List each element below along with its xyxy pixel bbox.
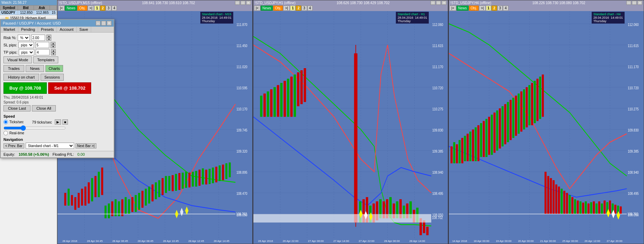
chart-h1-minimize[interactable]: ─: [430, 1, 435, 5]
svg-rect-108: [290, 76, 293, 117]
svg-rect-223: [593, 201, 595, 214]
col-symbol: Symbol: [0, 6, 18, 10]
realtime-radio[interactable]: [3, 131, 8, 135]
svg-rect-26: [95, 176, 97, 197]
tp-up-btn[interactable]: ▲: [51, 49, 56, 52]
ticks-label: Ticks/sec: [9, 120, 24, 124]
chart-m15-badge: Standard chart - M15 28.04.2016 14:49:01…: [200, 12, 233, 24]
chart-h4-next-btn[interactable]: >|: [479, 6, 485, 11]
chart-h4-num2: 2: [491, 6, 497, 11]
templates-button[interactable]: Templates: [33, 56, 58, 63]
equity-bar: Equity: 1050.58 (+5.06%) Floating P/L: 0…: [1, 151, 114, 157]
sl-up-btn[interactable]: ▲: [51, 42, 55, 45]
ticks-radio[interactable]: [3, 120, 8, 124]
chart-h1-news-btn[interactable]: News: [261, 6, 273, 11]
close-last-button[interactable]: Close Last: [3, 105, 31, 111]
chart-h4-body[interactable]: Standard chart - H4 28.04.2016 14:49:01 …: [449, 11, 644, 244]
close-all-button[interactable]: Close All: [32, 105, 56, 111]
realtime-row: Real-time: [3, 131, 111, 135]
menu-account[interactable]: Account: [57, 27, 77, 32]
chart-h1-body[interactable]: Standard chart - H1 28.04.2016 14:49:01 …: [253, 11, 448, 244]
chart-m15-next-btn[interactable]: >|: [88, 6, 94, 11]
sessions-button[interactable]: Sessions: [41, 74, 64, 81]
chart-h4-prev-btn[interactable]: |<: [450, 6, 456, 11]
chart-m15-obj-btn[interactable]: Obj.: [77, 6, 87, 11]
risk-input[interactable]: [31, 35, 45, 41]
sell-button[interactable]: Sell @ 108.702: [48, 82, 91, 94]
sl-type-select[interactable]: pips: [18, 42, 34, 48]
time-tick-4: 28 Apr 08:45: [138, 240, 153, 243]
tp-type-select[interactable]: pips: [19, 49, 34, 55]
restore-button[interactable]: □: [101, 21, 106, 26]
chart-h4-close[interactable]: ✕: [637, 1, 642, 5]
speed-stop-btn[interactable]: ■: [62, 119, 68, 125]
tp-down-btn[interactable]: ▼: [51, 52, 56, 55]
svg-rect-110: [297, 72, 299, 106]
chart-m15-num3[interactable]: 3: [106, 6, 111, 11]
chart-m15-num4[interactable]: 4: [112, 6, 117, 11]
date-info: Thu, 28/04/2016 14:49:01: [3, 96, 111, 99]
risk-type-select[interactable]: %: [18, 35, 30, 41]
chart-h4-minimize[interactable]: ─: [626, 1, 631, 5]
chart-m15-news-btn[interactable]: News: [65, 6, 77, 11]
nav-chart-select[interactable]: Standard chart - M1: [26, 143, 74, 149]
chart-h1-num4[interactable]: 4: [307, 6, 313, 11]
watchlist-row-usdjpy[interactable]: USDJPY 112.850 112.865 15: [0, 10, 57, 15]
history-on-chart-button[interactable]: History on chart: [3, 74, 39, 81]
close-button[interactable]: ✕: [107, 21, 112, 26]
svg-rect-41: [145, 189, 147, 206]
svg-text:111.870: 111.870: [236, 22, 247, 27]
chart-h1-next-btn[interactable]: >|: [283, 6, 289, 11]
svg-rect-202: [537, 79, 539, 121]
time-tick-5: 28 Apr 10:45: [163, 240, 179, 243]
svg-rect-180: [478, 125, 480, 161]
svg-rect-177: [469, 132, 471, 161]
chart-m15-title: !STD_USDJPY,M15 (offline): [59, 1, 102, 5]
next-bar-button[interactable]: Next Bar >|: [76, 143, 96, 148]
chart-m15-titlebar: !STD_USDJPY,M15 (offline) 108.641 108.73…: [58, 0, 252, 5]
chart-h4-num3[interactable]: 3: [497, 6, 503, 11]
chart-m15-restore[interactable]: □: [241, 1, 245, 5]
news-button[interactable]: News: [26, 65, 44, 72]
chart-h4-obj-btn[interactable]: Obj.: [469, 6, 479, 11]
chart-h4-news-btn[interactable]: News: [456, 6, 469, 11]
chart-m15-prev-btn[interactable]: |<: [58, 6, 64, 11]
menu-save[interactable]: Save: [77, 27, 91, 32]
chart-h4-num4[interactable]: 4: [503, 6, 508, 11]
chart-h4-restore[interactable]: □: [632, 1, 637, 5]
risk-down-btn[interactable]: ▼: [46, 38, 51, 41]
sl-down-btn[interactable]: ▼: [51, 45, 55, 48]
chart-h1-prev-btn[interactable]: |<: [254, 6, 260, 11]
risk-up-btn[interactable]: ▲: [46, 35, 51, 38]
chart-m15-close[interactable]: ✕: [246, 1, 251, 5]
ticks-value: 79 ticks/sec: [32, 120, 52, 124]
chart-h1-obj-btn[interactable]: Obj.: [273, 6, 283, 11]
trades-button[interactable]: Trades: [3, 65, 24, 72]
chart-m15-minimize[interactable]: ─: [235, 1, 240, 5]
chart-h1-restore[interactable]: □: [436, 1, 441, 5]
chart-h1-num3[interactable]: 3: [302, 6, 307, 11]
menu-market[interactable]: Market: [1, 27, 18, 32]
sl-input[interactable]: [35, 42, 49, 48]
chart-h1-close[interactable]: ✕: [442, 1, 446, 5]
svg-rect-112: [304, 68, 306, 102]
svg-rect-19: [71, 195, 73, 206]
svg-rect-106: [284, 81, 286, 117]
chart-h4-num1: 1: [486, 6, 491, 11]
speed-right-btn[interactable]: ▶: [55, 119, 61, 125]
tp-input[interactable]: [36, 49, 50, 55]
svg-rect-136: [253, 214, 431, 222]
charts-button[interactable]: Charts: [45, 65, 63, 72]
visual-mode-button[interactable]: Visual Mode: [3, 56, 32, 63]
menu-pending[interactable]: Pending: [18, 27, 38, 32]
speed-slider[interactable]: [3, 125, 66, 131]
sl-row: SL pips: pips ▲ ▼: [3, 42, 111, 48]
svg-rect-107: [287, 79, 289, 117]
minimize-button[interactable]: ─: [96, 21, 101, 26]
prev-bar-button[interactable]: < Prev. Bar: [3, 143, 24, 148]
equity-value: 1050.58 (+5.06%): [19, 152, 49, 156]
menu-presets[interactable]: Presets: [38, 27, 57, 32]
panel-body: Risk %: % ▲ ▼ SL pips: pips ▲ ▼ TP pips:…: [1, 33, 114, 151]
svg-rect-190: [504, 104, 506, 144]
buy-button[interactable]: Buy @ 108.708: [3, 82, 47, 94]
